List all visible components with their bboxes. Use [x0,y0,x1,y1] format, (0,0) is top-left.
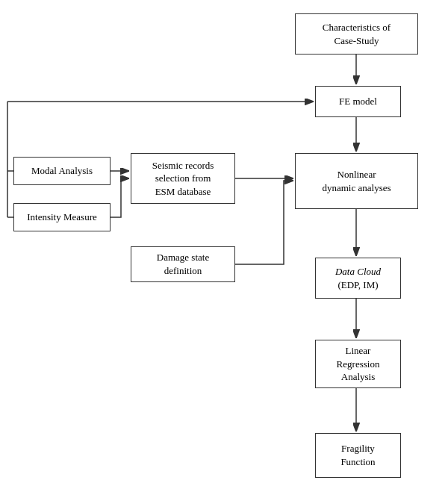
modal-analysis-box: Modal Analysis [13,157,111,185]
linear-regression-box: LinearRegressionAnalysis [315,340,401,388]
fragility-box: FragilityFunction [315,433,401,478]
modal-analysis-label: Modal Analysis [31,164,93,178]
fe-model-box: FE model [315,86,401,117]
nonlinear-box: Nonlineardynamic analyses [295,153,418,209]
damage-state-box: Damage statedefinition [131,246,235,282]
characteristics-box: Characteristics ofCase-Study [295,13,418,55]
intensity-measure-box: Intensity Measure [13,203,111,231]
seismic-records-box: Seismic recordsselection fromESM databas… [131,153,235,204]
intensity-measure-label: Intensity Measure [27,211,97,224]
data-cloud-box: Data Cloud(EDP, IM) [315,258,401,299]
seismic-records-label: Seismic recordsselection fromESM databas… [152,159,214,199]
characteristics-label: Characteristics ofCase-Study [323,21,391,47]
data-cloud-label: Data Cloud(EDP, IM) [335,265,381,291]
diagram: Characteristics ofCase-Study FE model Mo… [0,0,448,492]
damage-state-label: Damage statedefinition [157,251,209,277]
nonlinear-label: Nonlineardynamic analyses [322,168,391,194]
fe-model-label: FE model [339,95,377,108]
linear-regression-label: LinearRegressionAnalysis [337,344,380,384]
fragility-label: FragilityFunction [340,442,375,468]
